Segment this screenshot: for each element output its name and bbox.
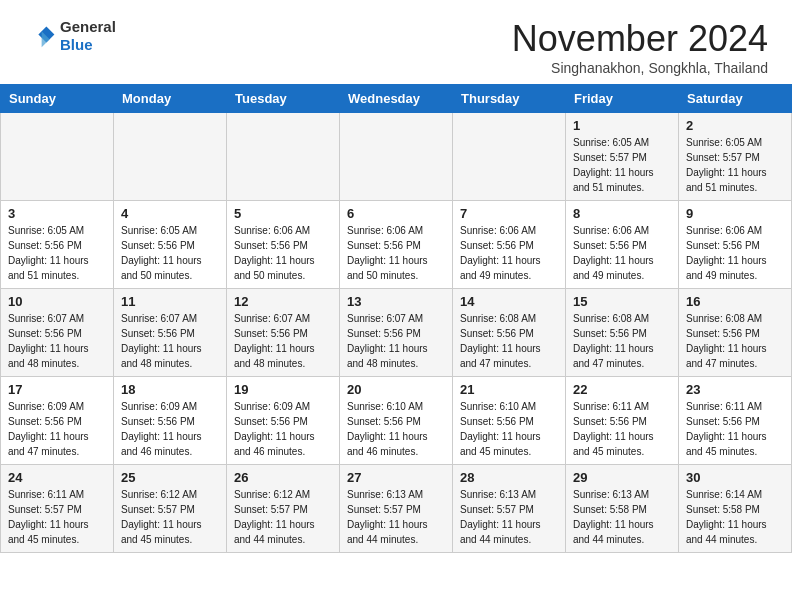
day-number: 14: [460, 294, 558, 309]
day-info: Sunrise: 6:05 AM Sunset: 5:56 PM Dayligh…: [121, 223, 219, 283]
calendar-cell: 3Sunrise: 6:05 AM Sunset: 5:56 PM Daylig…: [1, 201, 114, 289]
day-info: Sunrise: 6:11 AM Sunset: 5:56 PM Dayligh…: [686, 399, 784, 459]
calendar-week-1: 1Sunrise: 6:05 AM Sunset: 5:57 PM Daylig…: [1, 113, 792, 201]
day-number: 17: [8, 382, 106, 397]
day-info: Sunrise: 6:06 AM Sunset: 5:56 PM Dayligh…: [347, 223, 445, 283]
weekday-header-sunday: Sunday: [1, 85, 114, 113]
day-info: Sunrise: 6:13 AM Sunset: 5:58 PM Dayligh…: [573, 487, 671, 547]
calendar-cell: 12Sunrise: 6:07 AM Sunset: 5:56 PM Dayli…: [227, 289, 340, 377]
logo-icon: [24, 20, 56, 52]
page-header: General Blue November 2024 Singhanakhon,…: [0, 0, 792, 84]
calendar-cell: 20Sunrise: 6:10 AM Sunset: 5:56 PM Dayli…: [340, 377, 453, 465]
calendar-cell: 26Sunrise: 6:12 AM Sunset: 5:57 PM Dayli…: [227, 465, 340, 553]
weekday-header-saturday: Saturday: [679, 85, 792, 113]
day-info: Sunrise: 6:11 AM Sunset: 5:57 PM Dayligh…: [8, 487, 106, 547]
day-info: Sunrise: 6:12 AM Sunset: 5:57 PM Dayligh…: [234, 487, 332, 547]
day-number: 12: [234, 294, 332, 309]
day-info: Sunrise: 6:14 AM Sunset: 5:58 PM Dayligh…: [686, 487, 784, 547]
calendar-cell: [114, 113, 227, 201]
day-info: Sunrise: 6:10 AM Sunset: 5:56 PM Dayligh…: [460, 399, 558, 459]
day-info: Sunrise: 6:07 AM Sunset: 5:56 PM Dayligh…: [234, 311, 332, 371]
calendar-cell: 27Sunrise: 6:13 AM Sunset: 5:57 PM Dayli…: [340, 465, 453, 553]
day-info: Sunrise: 6:09 AM Sunset: 5:56 PM Dayligh…: [8, 399, 106, 459]
weekday-header-thursday: Thursday: [453, 85, 566, 113]
day-info: Sunrise: 6:09 AM Sunset: 5:56 PM Dayligh…: [121, 399, 219, 459]
weekday-header-monday: Monday: [114, 85, 227, 113]
calendar-cell: 1Sunrise: 6:05 AM Sunset: 5:57 PM Daylig…: [566, 113, 679, 201]
calendar-week-5: 24Sunrise: 6:11 AM Sunset: 5:57 PM Dayli…: [1, 465, 792, 553]
day-number: 11: [121, 294, 219, 309]
day-info: Sunrise: 6:05 AM Sunset: 5:56 PM Dayligh…: [8, 223, 106, 283]
day-number: 24: [8, 470, 106, 485]
calendar-cell: 11Sunrise: 6:07 AM Sunset: 5:56 PM Dayli…: [114, 289, 227, 377]
day-info: Sunrise: 6:11 AM Sunset: 5:56 PM Dayligh…: [573, 399, 671, 459]
calendar-cell: 4Sunrise: 6:05 AM Sunset: 5:56 PM Daylig…: [114, 201, 227, 289]
day-number: 29: [573, 470, 671, 485]
day-number: 7: [460, 206, 558, 221]
calendar-cell: 8Sunrise: 6:06 AM Sunset: 5:56 PM Daylig…: [566, 201, 679, 289]
day-number: 3: [8, 206, 106, 221]
day-info: Sunrise: 6:13 AM Sunset: 5:57 PM Dayligh…: [460, 487, 558, 547]
title-section: November 2024 Singhanakhon, Songkhla, Th…: [512, 18, 768, 76]
day-number: 27: [347, 470, 445, 485]
calendar-cell: 19Sunrise: 6:09 AM Sunset: 5:56 PM Dayli…: [227, 377, 340, 465]
day-info: Sunrise: 6:07 AM Sunset: 5:56 PM Dayligh…: [347, 311, 445, 371]
day-info: Sunrise: 6:06 AM Sunset: 5:56 PM Dayligh…: [573, 223, 671, 283]
day-info: Sunrise: 6:13 AM Sunset: 5:57 PM Dayligh…: [347, 487, 445, 547]
calendar-cell: [227, 113, 340, 201]
day-number: 4: [121, 206, 219, 221]
weekday-header-friday: Friday: [566, 85, 679, 113]
day-info: Sunrise: 6:07 AM Sunset: 5:56 PM Dayligh…: [121, 311, 219, 371]
day-number: 9: [686, 206, 784, 221]
calendar-week-2: 3Sunrise: 6:05 AM Sunset: 5:56 PM Daylig…: [1, 201, 792, 289]
calendar-cell: 10Sunrise: 6:07 AM Sunset: 5:56 PM Dayli…: [1, 289, 114, 377]
calendar-cell: 5Sunrise: 6:06 AM Sunset: 5:56 PM Daylig…: [227, 201, 340, 289]
calendar-cell: 18Sunrise: 6:09 AM Sunset: 5:56 PM Dayli…: [114, 377, 227, 465]
day-info: Sunrise: 6:06 AM Sunset: 5:56 PM Dayligh…: [234, 223, 332, 283]
calendar-cell: [453, 113, 566, 201]
day-info: Sunrise: 6:06 AM Sunset: 5:56 PM Dayligh…: [686, 223, 784, 283]
calendar-cell: [340, 113, 453, 201]
calendar-cell: 9Sunrise: 6:06 AM Sunset: 5:56 PM Daylig…: [679, 201, 792, 289]
day-number: 16: [686, 294, 784, 309]
day-number: 25: [121, 470, 219, 485]
day-info: Sunrise: 6:08 AM Sunset: 5:56 PM Dayligh…: [573, 311, 671, 371]
day-number: 13: [347, 294, 445, 309]
day-info: Sunrise: 6:08 AM Sunset: 5:56 PM Dayligh…: [460, 311, 558, 371]
calendar-cell: 23Sunrise: 6:11 AM Sunset: 5:56 PM Dayli…: [679, 377, 792, 465]
day-number: 2: [686, 118, 784, 133]
day-number: 5: [234, 206, 332, 221]
calendar-cell: 28Sunrise: 6:13 AM Sunset: 5:57 PM Dayli…: [453, 465, 566, 553]
location-subtitle: Singhanakhon, Songkhla, Thailand: [512, 60, 768, 76]
day-info: Sunrise: 6:08 AM Sunset: 5:56 PM Dayligh…: [686, 311, 784, 371]
day-number: 15: [573, 294, 671, 309]
day-info: Sunrise: 6:10 AM Sunset: 5:56 PM Dayligh…: [347, 399, 445, 459]
calendar-cell: 7Sunrise: 6:06 AM Sunset: 5:56 PM Daylig…: [453, 201, 566, 289]
day-info: Sunrise: 6:05 AM Sunset: 5:57 PM Dayligh…: [686, 135, 784, 195]
calendar-table: SundayMondayTuesdayWednesdayThursdayFrid…: [0, 84, 792, 553]
calendar-cell: [1, 113, 114, 201]
day-info: Sunrise: 6:06 AM Sunset: 5:56 PM Dayligh…: [460, 223, 558, 283]
day-number: 28: [460, 470, 558, 485]
calendar-week-4: 17Sunrise: 6:09 AM Sunset: 5:56 PM Dayli…: [1, 377, 792, 465]
logo-text: General Blue: [60, 18, 116, 54]
day-number: 21: [460, 382, 558, 397]
calendar-cell: 30Sunrise: 6:14 AM Sunset: 5:58 PM Dayli…: [679, 465, 792, 553]
day-number: 22: [573, 382, 671, 397]
day-info: Sunrise: 6:09 AM Sunset: 5:56 PM Dayligh…: [234, 399, 332, 459]
day-number: 1: [573, 118, 671, 133]
logo: General Blue: [24, 18, 116, 54]
calendar-cell: 21Sunrise: 6:10 AM Sunset: 5:56 PM Dayli…: [453, 377, 566, 465]
day-number: 8: [573, 206, 671, 221]
calendar-cell: 24Sunrise: 6:11 AM Sunset: 5:57 PM Dayli…: [1, 465, 114, 553]
day-info: Sunrise: 6:05 AM Sunset: 5:57 PM Dayligh…: [573, 135, 671, 195]
calendar-cell: 25Sunrise: 6:12 AM Sunset: 5:57 PM Dayli…: [114, 465, 227, 553]
day-number: 19: [234, 382, 332, 397]
day-number: 20: [347, 382, 445, 397]
day-number: 26: [234, 470, 332, 485]
calendar-cell: 16Sunrise: 6:08 AM Sunset: 5:56 PM Dayli…: [679, 289, 792, 377]
calendar-week-3: 10Sunrise: 6:07 AM Sunset: 5:56 PM Dayli…: [1, 289, 792, 377]
calendar-cell: 22Sunrise: 6:11 AM Sunset: 5:56 PM Dayli…: [566, 377, 679, 465]
day-info: Sunrise: 6:12 AM Sunset: 5:57 PM Dayligh…: [121, 487, 219, 547]
calendar-cell: 29Sunrise: 6:13 AM Sunset: 5:58 PM Dayli…: [566, 465, 679, 553]
